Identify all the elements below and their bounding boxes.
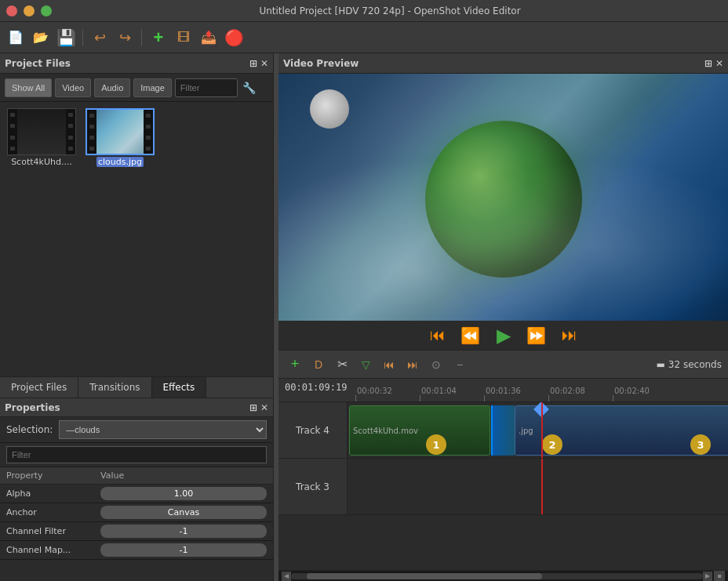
film-hole (68, 113, 73, 117)
add-button[interactable]: + (147, 27, 169, 49)
film-hole (10, 147, 15, 151)
project-files-content: Scott4kUhd.... (0, 102, 273, 376)
ruler-tick-3 (484, 395, 485, 401)
track-row-3: Track 3 (278, 459, 728, 515)
seconds-label: 32 seconds (668, 359, 722, 370)
film-strip-left-2 (87, 110, 96, 154)
selection-row: Selection: —clouds (0, 417, 273, 443)
film-hole (146, 125, 151, 129)
prop-row-anchor: Anchor Canvas (0, 503, 273, 522)
ruler-label-3: 00:01:36 (484, 387, 521, 395)
fast-forward-button[interactable]: ⏩ (525, 324, 548, 347)
close-button[interactable] (6, 5, 17, 16)
film-hole (146, 114, 151, 118)
redo-button[interactable]: ↪ (114, 27, 136, 49)
ruler-tick-2 (420, 395, 420, 401)
cloud-thumbnail-content (96, 109, 147, 154)
enable-snapping-button[interactable]: D (308, 354, 329, 375)
prop-row-channel-filter: Channel Filter -1 (0, 522, 273, 541)
jump-end-button[interactable]: ⏭ (558, 324, 581, 347)
razor-tool-button[interactable]: ✂ (332, 354, 352, 375)
tab-transitions[interactable]: Transitions (78, 377, 151, 398)
ruler-marks: 00:00:32 00:01:04 00:01:36 00:02:08 (355, 387, 660, 401)
clear-filter-button[interactable]: 🔧 (241, 82, 257, 94)
open-file-button[interactable]: 📂 (30, 27, 52, 49)
scroll-right-button[interactable]: ▶ (703, 572, 712, 581)
render-button[interactable]: 🔴 (223, 27, 245, 49)
prop-value-channel-map[interactable]: -1 (100, 543, 267, 557)
left-panel: Project Files ⊞ ✕ Show All Video Audio I… (0, 53, 274, 581)
panel-close-props[interactable]: ✕ (260, 402, 268, 413)
toolbar-sep-1 (82, 29, 83, 46)
video-filter-button[interactable]: Video (55, 78, 91, 97)
film-hole (89, 125, 94, 129)
project-files-header-icons: ⊞ ✕ (249, 58, 268, 69)
prop-value-alpha[interactable]: 1.00 (100, 487, 267, 500)
track-content-3[interactable] (348, 459, 728, 514)
tl-jump-start-button[interactable]: ⏮ (379, 354, 399, 375)
file-item-image[interactable]: clouds.jpg (85, 108, 155, 167)
ruler-tick-4 (548, 395, 549, 401)
panel-close-icon[interactable]: ✕ (260, 58, 268, 69)
add-marker-button[interactable]: ▽ (355, 354, 376, 375)
export-button[interactable]: 📤 (198, 27, 220, 49)
project-files-title: Project Files (5, 58, 71, 69)
save-file-button[interactable]: 💾 (55, 27, 77, 49)
cloud-overlay (278, 74, 728, 321)
right-panel: Video Preview ⊞ ✕ ⏮ ⏪ ▶ ⏩ ⏭ (278, 53, 728, 581)
transition-marker[interactable] (491, 405, 515, 456)
tl-jump-end-button[interactable]: ⏭ (402, 354, 423, 375)
selection-dropdown[interactable]: —clouds (59, 420, 267, 439)
scroll-corner[interactable]: ▪ (714, 571, 725, 582)
play-button[interactable]: ▶ (492, 324, 515, 347)
add-track-button[interactable]: + (285, 354, 305, 375)
timecode-display: 00:01:09:19 (285, 382, 347, 393)
scroll-thumb[interactable] (307, 573, 542, 579)
project-files-section: Project Files ⊞ ✕ Show All Video Audio I… (0, 53, 273, 377)
new-file-button[interactable]: 📄 (5, 27, 27, 49)
property-filter-row (0, 443, 273, 467)
file-item-video[interactable]: Scott4kUhd.... (6, 108, 77, 167)
timeline-scrollbar: ◀ ▶ ▪ (278, 570, 728, 581)
audio-filter-button[interactable]: Audio (94, 78, 130, 97)
file-filter-input[interactable] (175, 78, 238, 97)
panel-close-preview[interactable]: ✕ (715, 58, 723, 69)
scroll-left-button[interactable]: ◀ (282, 572, 291, 581)
jump-start-button[interactable]: ⏮ (426, 324, 450, 347)
selection-label: Selection: (6, 424, 53, 435)
prop-name-channel-filter: Channel Filter (6, 526, 100, 536)
timeline-tracks: Track 4 Scott4kUhd.mov .jpg (278, 402, 728, 570)
track-content-4[interactable]: Scott4kUhd.mov .jpg 1 2 3 (348, 402, 728, 458)
properties-tabs: Project Files Transitions Effects (0, 377, 273, 398)
track-label-4: Track 4 (278, 402, 348, 458)
video-preview-title: Video Preview (283, 58, 359, 69)
tab-effects[interactable]: Effects (152, 377, 207, 398)
main-area: Project Files ⊞ ✕ Show All Video Audio I… (0, 53, 728, 581)
maximize-button[interactable] (41, 5, 52, 16)
minimize-button[interactable] (24, 5, 35, 16)
property-filter-input[interactable] (6, 446, 267, 463)
panel-icon-1[interactable]: ⊞ (249, 58, 257, 69)
file-thumbnail-image (86, 108, 155, 155)
prop-value-anchor[interactable]: Canvas (100, 506, 267, 519)
panel-icon-preview[interactable]: ⊞ (704, 58, 712, 69)
toolbar-sep-2 (141, 29, 142, 46)
image-filter-button[interactable]: Image (133, 78, 172, 97)
show-all-button[interactable]: Show All (5, 78, 52, 97)
tab-project-files[interactable]: Project Files (0, 377, 78, 398)
rewind-button[interactable]: ⏪ (459, 324, 482, 347)
undo-button[interactable]: ↩ (89, 27, 111, 49)
clip-video[interactable]: Scott4kUhd.mov (349, 405, 490, 456)
num-circle-2: 2 (542, 434, 562, 455)
panel-icon-props[interactable]: ⊞ (249, 402, 257, 413)
import-button[interactable]: 🎞 (173, 27, 195, 49)
film-hole (146, 147, 151, 151)
film-hole (89, 147, 94, 151)
zoom-out-button[interactable]: − (450, 354, 470, 375)
num-circle-3: 3 (690, 434, 711, 455)
file-label-image: clouds.jpg (96, 157, 144, 167)
timeline-section: + D ✂ ▽ ⏮ ⏭ ⊙ − ▬ 32 seconds 00:01:09:19… (278, 350, 728, 581)
prop-value-channel-filter[interactable]: -1 (100, 525, 267, 538)
center-playhead-button[interactable]: ⊙ (426, 354, 446, 375)
file-label-video: Scott4kUhd.... (11, 157, 72, 167)
